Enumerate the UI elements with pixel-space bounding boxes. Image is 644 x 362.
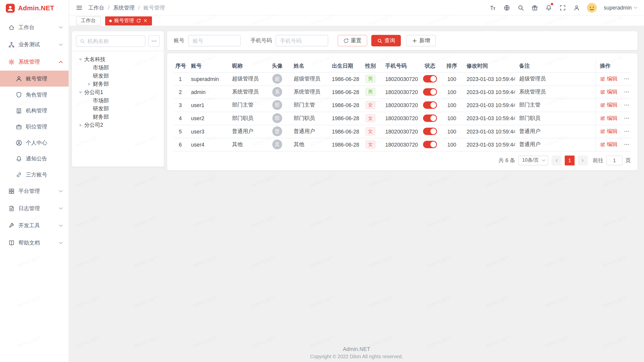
sidebar-item-devtools[interactable]: 开发工具 — [0, 217, 69, 235]
tree-node-dept[interactable]: 研发部 — [76, 72, 160, 80]
more-icon[interactable] — [624, 102, 630, 108]
status-toggle[interactable] — [423, 128, 437, 135]
tree-node-label: 分公司2 — [84, 121, 103, 129]
sidebar-item-label: 角色管理 — [26, 91, 63, 98]
status-toggle[interactable] — [423, 141, 437, 148]
cell-remark: 部门主管 — [515, 99, 595, 112]
sidebar-item-account-mgmt[interactable]: 账号管理 — [0, 71, 69, 87]
user-icon[interactable] — [573, 4, 580, 11]
phone-input[interactable] — [276, 35, 328, 47]
logo[interactable]: Admin.NET — [0, 0, 69, 16]
status-toggle[interactable] — [423, 88, 437, 96]
globe-icon[interactable] — [503, 4, 510, 11]
sidebar-item-personal-center[interactable]: 个人中心 — [0, 135, 69, 151]
sidebar-item-notice[interactable]: 通知公告 — [0, 151, 69, 167]
table-row: 1 superadmin 超级管理员 超 超级管理员 1986-06-28 男 … — [174, 72, 631, 85]
edit-button[interactable]: 编辑 — [600, 88, 617, 96]
cell-phone: 18020030720 — [381, 99, 419, 112]
close-icon[interactable] — [143, 18, 148, 23]
breadcrumb-item[interactable]: 系统管理 — [113, 4, 135, 11]
status-toggle[interactable] — [423, 75, 437, 82]
edit-button[interactable]: 编辑 — [600, 115, 617, 122]
brand-name: Admin.NET — [18, 5, 54, 12]
cell-modified-time: 2023-01-03 10:59:44 — [462, 138, 515, 151]
org-search-input[interactable] — [88, 38, 142, 44]
link-icon — [16, 171, 22, 178]
cell-nickname: 超级管理员 — [228, 72, 265, 85]
next-page-button[interactable] — [578, 155, 588, 165]
footer-copyright: Copyright © 2022 Dilon All rights reserv… — [69, 354, 644, 359]
cell-birthdate: 1986-06-28 — [328, 112, 360, 125]
more-icon[interactable] — [624, 76, 630, 82]
hamburger-icon[interactable] — [75, 4, 83, 11]
sidebar-item-workbench[interactable]: 工作台 — [0, 19, 69, 36]
sidebar-item-org-mgmt[interactable]: 机构管理 — [0, 103, 69, 119]
goto-page-input[interactable] — [606, 155, 623, 165]
tab-workbench[interactable]: 工作台 — [76, 16, 101, 25]
reset-button[interactable]: 重置 — [338, 35, 367, 47]
status-toggle[interactable] — [423, 101, 437, 109]
tree-node-branch1[interactable]: 分公司1 — [76, 88, 160, 97]
tree-node-dept[interactable]: 财务部 — [76, 113, 160, 121]
edit-button[interactable]: 编辑 — [600, 101, 617, 109]
tree-node-dept[interactable]: 财务部 — [76, 80, 160, 88]
edit-button[interactable]: 编辑 — [600, 128, 617, 135]
sidebar-item-label: 开发工具 — [18, 222, 59, 229]
sidebar-item-docs[interactable]: 帮助文档 — [0, 234, 69, 252]
prev-page-button[interactable] — [552, 155, 561, 165]
status-toggle[interactable] — [423, 115, 437, 122]
more-icon[interactable] — [148, 35, 160, 47]
tab-account-mgmt[interactable]: 账号管理 — [105, 16, 152, 25]
breadcrumb-item-current: 账号管理 — [143, 4, 165, 11]
user-menu[interactable]: superadmin — [604, 5, 637, 11]
sidebar-item-position-mgmt[interactable]: 职位管理 — [0, 119, 69, 135]
col-header: 头像 — [265, 60, 290, 72]
tree-node-dept[interactable]: 研发部 — [76, 105, 160, 113]
more-icon[interactable] — [624, 115, 630, 121]
edit-button[interactable]: 编辑 — [600, 75, 617, 82]
account-input[interactable] — [188, 35, 241, 47]
sidebar-item-role-mgmt[interactable]: 角色管理 — [0, 86, 69, 103]
more-icon[interactable] — [624, 128, 630, 134]
edit-label: 编辑 — [607, 115, 617, 122]
sidebar-item-third-party[interactable]: 三方账号 — [0, 167, 69, 183]
edit-button[interactable]: 编辑 — [600, 141, 617, 148]
add-label: 新增 — [419, 37, 430, 44]
tree-node-label: 财务部 — [93, 113, 109, 121]
tree-node-dept[interactable]: 市场部 — [76, 64, 160, 72]
tree-node-company[interactable]: 大名科技 — [76, 55, 160, 64]
tab-label: 工作台 — [81, 17, 96, 24]
font-size-icon[interactable] — [489, 4, 496, 11]
pagination: 共 6 条 10条/页 1 前往 页 — [174, 155, 631, 165]
search-icon[interactable] — [517, 4, 524, 11]
fullscreen-icon[interactable] — [559, 4, 566, 11]
col-header: 序号 — [174, 60, 187, 72]
sidebar-item-system[interactable]: 系统管理 — [0, 53, 69, 71]
avatar: 其 — [272, 140, 282, 149]
tree-node-dept[interactable]: 市场部 — [76, 97, 160, 105]
cell-account: admin — [187, 85, 228, 99]
refresh-icon[interactable] — [136, 18, 141, 23]
tree-node-branch2[interactable]: 分公司2 — [76, 121, 160, 129]
chevron-down-icon — [634, 6, 637, 9]
more-icon[interactable] — [624, 89, 630, 95]
tree-node-label: 大名科技 — [84, 56, 106, 63]
col-header: 备注 — [515, 60, 595, 72]
more-icon[interactable] — [624, 142, 630, 147]
cell-modified-time: 2023-01-03 10:59:44 — [462, 99, 515, 112]
page-size-select[interactable]: 10条/页 — [518, 155, 548, 165]
sidebar-item-platform[interactable]: 平台管理 — [0, 183, 69, 200]
sidebar-item-business-test[interactable]: 业务测试 — [0, 36, 69, 54]
page-number-current[interactable]: 1 — [565, 155, 575, 165]
avatar[interactable] — [587, 3, 597, 13]
cell-index: 4 — [174, 112, 187, 125]
gift-icon[interactable] — [531, 4, 538, 11]
search-button[interactable]: 查询 — [371, 35, 401, 47]
bell-icon[interactable] — [545, 4, 552, 11]
add-button[interactable]: 新增 — [406, 35, 436, 47]
org-search-field — [76, 35, 145, 47]
breadcrumb-item[interactable]: 工作台 — [88, 4, 104, 11]
sidebar-item-logs[interactable]: 日志管理 — [0, 200, 69, 217]
cell-index: 2 — [174, 85, 187, 99]
avatar: 部 — [272, 113, 282, 123]
